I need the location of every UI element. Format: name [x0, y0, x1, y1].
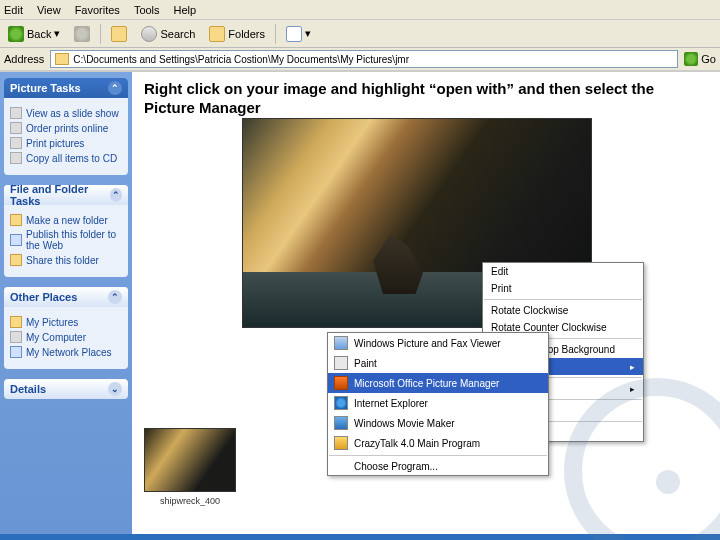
place-network[interactable]: My Network Places	[10, 346, 122, 358]
file-folder-tasks-title: File and Folder Tasks	[10, 185, 110, 207]
task-label: View as a slide show	[26, 108, 119, 119]
app-label: Internet Explorer	[354, 398, 428, 409]
thumbnail-image	[144, 428, 236, 492]
menu-favorites[interactable]: Favorites	[75, 4, 120, 16]
menu-separator	[329, 455, 547, 456]
go-label: Go	[701, 53, 716, 65]
picture-tasks-panel: Picture Tasks ⌃ View as a slide show Ord…	[4, 78, 128, 175]
menu-separator	[484, 299, 642, 300]
back-button[interactable]: Back ▾	[4, 24, 64, 44]
task-print[interactable]: Print pictures	[10, 137, 122, 149]
open-with-submenu: Windows Picture and Fax Viewer Paint Mic…	[327, 332, 549, 476]
app-label: Paint	[354, 358, 377, 369]
task-label: Copy all items to CD	[26, 153, 117, 164]
picture-tasks-header[interactable]: Picture Tasks ⌃	[4, 78, 128, 98]
app-picture-manager[interactable]: Microsoft Office Picture Manager	[328, 373, 548, 393]
task-label: Make a new folder	[26, 215, 108, 226]
folders-button[interactable]: Folders	[205, 24, 269, 44]
watermark-icon	[590, 424, 720, 534]
details-panel: Details ⌄	[4, 379, 128, 399]
views-dropdown-icon: ▾	[305, 27, 311, 40]
collapse-icon: ⌃	[110, 188, 122, 202]
ctx-print[interactable]: Print	[483, 280, 643, 297]
other-places-header[interactable]: Other Places ⌃	[4, 287, 128, 307]
views-icon	[286, 26, 302, 42]
picture-tasks-title: Picture Tasks	[10, 82, 81, 94]
app-label: Windows Movie Maker	[354, 418, 455, 429]
app-label: Choose Program...	[354, 461, 438, 472]
collapse-icon: ⌃	[108, 290, 122, 304]
menu-bar: Edit View Favorites Tools Help	[0, 0, 720, 20]
app-label: Windows Picture and Fax Viewer	[354, 338, 501, 349]
share-icon	[10, 254, 22, 266]
ctx-edit[interactable]: Edit	[483, 263, 643, 280]
app-label: Microsoft Office Picture Manager	[354, 378, 499, 389]
toolbar-separator	[275, 24, 276, 44]
details-header[interactable]: Details ⌄	[4, 379, 128, 399]
task-publish[interactable]: Publish this folder to the Web	[10, 229, 122, 251]
print-icon	[10, 137, 22, 149]
file-folder-tasks-header[interactable]: File and Folder Tasks ⌃	[4, 185, 128, 205]
file-folder-tasks-panel: File and Folder Tasks ⌃ Make a new folde…	[4, 185, 128, 277]
new-folder-icon	[10, 214, 22, 226]
place-label: My Computer	[26, 332, 86, 343]
toolbar-separator	[100, 24, 101, 44]
app-label: CrazyTalk 4.0 Main Program	[354, 438, 480, 449]
menu-tools[interactable]: Tools	[134, 4, 160, 16]
paint-icon	[334, 356, 348, 370]
ctx-label: Edit	[491, 266, 508, 277]
forward-icon	[74, 26, 90, 42]
picture-manager-icon	[334, 376, 348, 390]
task-slideshow[interactable]: View as a slide show	[10, 107, 122, 119]
back-dropdown-icon: ▾	[54, 27, 60, 40]
go-button[interactable]: Go	[684, 52, 716, 66]
folders-icon	[209, 26, 225, 42]
back-label: Back	[27, 28, 51, 40]
app-crazytalk[interactable]: CrazyTalk 4.0 Main Program	[328, 433, 548, 453]
picture-fax-viewer-icon	[334, 336, 348, 350]
place-my-computer[interactable]: My Computer	[10, 331, 122, 343]
app-internet-explorer[interactable]: Internet Explorer	[328, 393, 548, 413]
task-new-folder[interactable]: Make a new folder	[10, 214, 122, 226]
content-area: Right click on your image and highlight …	[132, 72, 720, 534]
movie-maker-icon	[334, 416, 348, 430]
other-places-panel: Other Places ⌃ My Pictures My Computer M…	[4, 287, 128, 369]
toolbar: Back ▾ Search Folders ▾	[0, 20, 720, 48]
task-label: Order prints online	[26, 123, 108, 134]
app-choose-program[interactable]: Choose Program...	[328, 458, 548, 475]
up-icon	[111, 26, 127, 42]
menu-help[interactable]: Help	[174, 4, 197, 16]
menu-view[interactable]: View	[37, 4, 61, 16]
folder-icon	[55, 53, 69, 65]
address-input[interactable]: C:\Documents and Settings\Patricia Costi…	[50, 50, 678, 68]
instruction-text: Right click on your image and highlight …	[144, 80, 708, 118]
task-copy-cd[interactable]: Copy all items to CD	[10, 152, 122, 164]
place-my-pictures[interactable]: My Pictures	[10, 316, 122, 328]
forward-button[interactable]	[70, 24, 94, 44]
cd-icon	[10, 152, 22, 164]
ctx-label: Rotate Clockwise	[491, 305, 568, 316]
file-thumbnail[interactable]: shipwreck_400	[140, 428, 240, 506]
tasks-sidebar: Picture Tasks ⌃ View as a slide show Ord…	[0, 72, 132, 534]
search-label: Search	[160, 28, 195, 40]
other-places-title: Other Places	[10, 291, 77, 303]
go-icon	[684, 52, 698, 66]
publish-icon	[10, 234, 22, 246]
app-picture-fax-viewer[interactable]: Windows Picture and Fax Viewer	[328, 333, 548, 353]
task-order-prints[interactable]: Order prints online	[10, 122, 122, 134]
up-button[interactable]	[107, 24, 131, 44]
address-label: Address	[4, 53, 44, 65]
ctx-rotate-cw[interactable]: Rotate Clockwise	[483, 302, 643, 319]
order-icon	[10, 122, 22, 134]
menu-edit[interactable]: Edit	[4, 4, 23, 16]
app-paint[interactable]: Paint	[328, 353, 548, 373]
views-button[interactable]: ▾	[282, 24, 315, 44]
details-title: Details	[10, 383, 46, 395]
app-movie-maker[interactable]: Windows Movie Maker	[328, 413, 548, 433]
place-label: My Network Places	[26, 347, 112, 358]
computer-icon	[10, 331, 22, 343]
network-icon	[10, 346, 22, 358]
crazytalk-icon	[334, 436, 348, 450]
task-share[interactable]: Share this folder	[10, 254, 122, 266]
search-button[interactable]: Search	[137, 24, 199, 44]
